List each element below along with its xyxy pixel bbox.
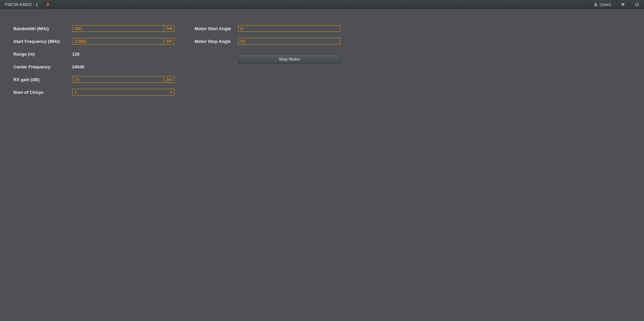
rx-gain-field-group: Set <box>72 76 174 83</box>
start-frequency-field-group: Set <box>72 38 174 45</box>
users-button[interactable]: Users <box>589 0 616 9</box>
top-bar-right: Users <box>589 0 644 9</box>
rx-gain-row: RX gain (dB) Set <box>13 76 174 83</box>
motor-stop-label: Motor Stop Angle <box>195 39 238 44</box>
motor-start-label: Motor Start Angle <box>195 26 238 31</box>
rx-gain-input[interactable] <box>72 76 164 83</box>
start-frequency-row: Start Frequency (MHz) Set <box>13 38 174 45</box>
start-frequency-set-button[interactable]: Set <box>164 38 174 45</box>
range-row: Range (m) 128 <box>13 51 174 57</box>
rx-gain-set-button[interactable]: Set <box>164 76 174 83</box>
range-value: 128 <box>72 52 79 57</box>
play-button[interactable] <box>43 0 54 9</box>
num-chirps-value: 1 <box>72 90 168 95</box>
power-button[interactable] <box>630 0 644 9</box>
top-bar: FMCW-KMD2 - 1 Users <box>0 0 644 9</box>
start-frequency-input[interactable] <box>72 38 164 45</box>
top-bar-left: FMCW-KMD2 - 1 <box>0 0 54 9</box>
range-label: Range (m) <box>13 52 72 57</box>
stop-motor-button[interactable]: Stop Motor <box>238 54 340 64</box>
center-frequency-row: Center Frequency 24040 <box>13 63 174 70</box>
pause-button[interactable] <box>616 0 630 9</box>
pause-icon <box>621 2 625 6</box>
power-icon <box>635 2 639 7</box>
start-frequency-label: Start Frequency (MHz) <box>13 39 72 44</box>
svg-marker-0 <box>47 3 50 6</box>
content-area: Bandwidth (MHz) Set Start Frequency (MHz… <box>0 9 644 112</box>
app-tab-title: FMCW-KMD2 - 1 <box>5 2 38 7</box>
num-chirps-select[interactable]: 1 ▼ <box>72 89 174 95</box>
svg-rect-2 <box>622 3 623 6</box>
bandwidth-row: Bandwidth (MHz) Set <box>13 25 174 32</box>
users-label: Users <box>600 2 611 7</box>
center-frequency-label: Center Frequency <box>13 64 72 69</box>
bandwidth-input[interactable] <box>72 25 164 32</box>
num-chirps-row: Num of Chirps 1 ▼ <box>13 89 174 95</box>
motor-stop-input[interactable] <box>238 38 340 45</box>
center-frequency-value: 24040 <box>72 64 84 69</box>
svg-point-1 <box>595 3 596 4</box>
left-column: Bandwidth (MHz) Set Start Frequency (MHz… <box>13 25 174 95</box>
right-column: Motor Start Angle Motor Stop Angle Stop … <box>195 25 340 95</box>
rx-gain-label: RX gain (dB) <box>13 77 72 82</box>
num-chirps-label: Num of Chirps <box>13 90 72 95</box>
motor-start-row: Motor Start Angle <box>195 25 340 32</box>
user-icon <box>594 2 598 6</box>
play-icon <box>47 3 50 6</box>
svg-rect-3 <box>623 3 624 6</box>
stop-motor-row: Stop Motor <box>195 54 340 64</box>
bandwidth-label: Bandwidth (MHz) <box>13 26 72 31</box>
bandwidth-field-group: Set <box>72 25 174 32</box>
motor-start-input[interactable] <box>238 25 340 32</box>
motor-stop-row: Motor Stop Angle <box>195 38 340 45</box>
app-tab[interactable]: FMCW-KMD2 - 1 <box>0 0 43 9</box>
bandwidth-set-button[interactable]: Set <box>164 25 174 32</box>
chevron-down-icon: ▼ <box>168 90 174 94</box>
